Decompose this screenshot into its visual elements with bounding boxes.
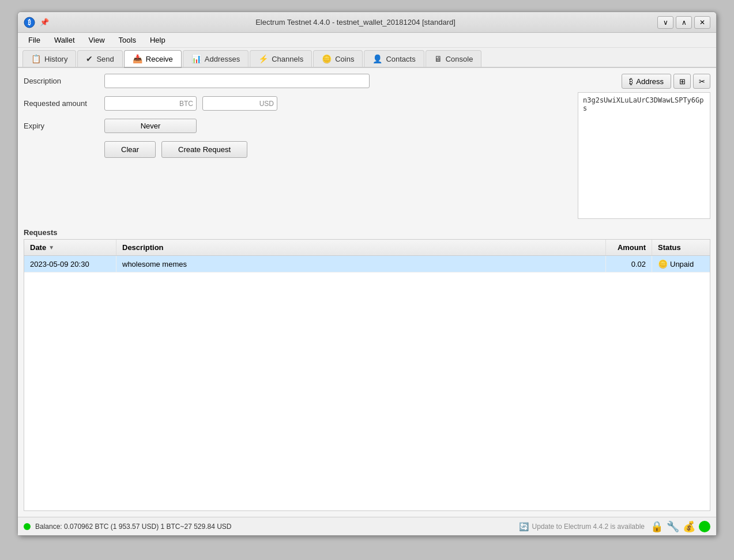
tab-console[interactable]: 🖥 Console — [426, 50, 482, 67]
cell-description: wholesome memes — [116, 256, 606, 272]
menu-bar: File Wallet View Tools Help — [18, 33, 716, 48]
pin-button[interactable]: 📌 — [40, 18, 49, 27]
sort-arrow-icon: ▼ — [48, 244, 54, 251]
cell-date: 2023-05-09 20:30 — [24, 256, 116, 272]
menu-wallet[interactable]: Wallet — [48, 34, 81, 46]
update-icon: 🔄 — [519, 522, 529, 531]
requested-amount-label: Requested amount — [24, 99, 99, 108]
tab-receive[interactable]: 📥 Receive — [124, 50, 182, 68]
menu-help[interactable]: Help — [144, 34, 171, 46]
tab-send-label: Send — [96, 55, 114, 63]
tab-console-label: Console — [446, 55, 473, 63]
main-window: ₿ 📌 Electrum Testnet 4.4.0 - testnet_wal… — [17, 12, 717, 536]
create-request-button[interactable]: Create Request — [161, 141, 247, 158]
usd-input[interactable] — [202, 96, 277, 111]
contacts-icon: 👤 — [372, 54, 382, 63]
update-text: Update to Electrum 4.4.2 is available — [532, 523, 645, 531]
clear-button[interactable]: Clear — [104, 141, 156, 158]
content-area: Description Requested amount BTC USD — [18, 68, 716, 517]
update-notice: 🔄 Update to Electrum 4.4.2 is available — [519, 522, 645, 531]
menu-view[interactable]: View — [83, 34, 111, 46]
bitcoin-icon: ₿ — [629, 77, 633, 86]
description-row: Description — [24, 74, 572, 88]
status-icon: 🪙 — [658, 259, 668, 268]
history-icon: 📋 — [31, 54, 41, 63]
title-bar: ₿ 📌 Electrum Testnet 4.4.0 - testnet_wal… — [18, 12, 716, 33]
address-button[interactable]: ₿ Address — [622, 74, 671, 89]
btc-input[interactable] — [104, 96, 197, 111]
btc-wrapper: BTC — [104, 96, 197, 111]
maximize-button[interactable]: ∧ — [676, 16, 692, 29]
tab-contacts[interactable]: 👤 Contacts — [364, 50, 424, 67]
status-bar: Balance: 0.070962 BTC (1 953.57 USD) 1 B… — [18, 517, 716, 535]
tab-addresses[interactable]: 📊 Addresses — [183, 50, 249, 67]
table-header: Date ▼ Description Amount Status — [24, 240, 710, 256]
address-text: n3g2sUwiXLuLaUrC3DWawLSPTy6Gps — [583, 96, 704, 112]
tab-coins[interactable]: 🪙 Coins — [313, 50, 363, 67]
receive-icon: 📥 — [133, 54, 142, 63]
console-icon: 🖥 — [434, 54, 442, 63]
tab-history-label: History — [44, 55, 67, 63]
qr-toolbar: ₿ Address ⊞ ✂ — [578, 74, 710, 89]
network-icon[interactable] — [699, 521, 710, 532]
copy-icon: ✂ — [699, 77, 705, 86]
qr-icon: ⊞ — [679, 77, 686, 86]
channels-icon: ⚡ — [258, 54, 268, 63]
coins-icon: 🪙 — [322, 54, 332, 63]
tab-bar: 📋 History ✔ Send 📥 Receive 📊 Addresses ⚡… — [18, 48, 716, 68]
address-display: n3g2sUwiXLuLaUrC3DWawLSPTy6Gps — [578, 92, 710, 219]
menu-tools[interactable]: Tools — [113, 34, 142, 46]
receive-panel: Description Requested amount BTC USD — [18, 68, 716, 517]
form-area: Description Requested amount BTC USD — [24, 74, 572, 219]
window-controls: ∨ ∧ ✕ — [657, 16, 710, 29]
table-row[interactable]: 2023-05-09 20:30 wholesome memes 0.02 🪙 … — [24, 256, 710, 273]
connection-status-dot — [24, 523, 31, 530]
tab-coins-label: Coins — [335, 55, 354, 63]
addresses-icon: 📊 — [191, 54, 201, 63]
window-title: Electrum Testnet 4.4.0 - testnet_wallet_… — [54, 18, 657, 27]
tab-contacts-label: Contacts — [386, 55, 415, 63]
tab-addresses-label: Addresses — [205, 55, 240, 63]
top-section: Description Requested amount BTC USD — [24, 74, 710, 219]
expiry-label: Expiry — [24, 122, 99, 130]
qr-panel: ₿ Address ⊞ ✂ n3g2sUwiXLuLaUrC3DWawLSPTy… — [578, 74, 710, 219]
requests-section: Requests Date ▼ Description Amount — [24, 228, 710, 511]
column-header-status[interactable]: Status — [652, 240, 710, 255]
requests-title: Requests — [24, 228, 710, 237]
column-header-date[interactable]: Date ▼ — [24, 240, 116, 255]
minimize-button[interactable]: ∨ — [657, 16, 673, 29]
tab-send[interactable]: ✔ Send — [77, 50, 122, 67]
svg-text:₿: ₿ — [28, 19, 31, 26]
description-input[interactable] — [104, 74, 370, 88]
buttons-row: Clear Create Request — [104, 141, 572, 158]
lock-icon[interactable]: 🔒 — [650, 520, 663, 533]
requested-amount-row: Requested amount BTC USD — [24, 96, 572, 111]
requests-table: Date ▼ Description Amount Status — [24, 239, 710, 511]
status-text: Unpaid — [670, 260, 694, 268]
tools-icon[interactable]: 🔧 — [667, 520, 679, 533]
address-btn-label: Address — [636, 77, 664, 86]
cell-status: 🪙 Unpaid — [652, 256, 710, 272]
send-icon: ✔ — [86, 54, 93, 63]
copy-button[interactable]: ✂ — [693, 74, 710, 89]
status-left: Balance: 0.070962 BTC (1 953.57 USD) 1 B… — [24, 523, 232, 531]
cell-amount: 0.02 — [606, 256, 652, 272]
close-button[interactable]: ✕ — [694, 16, 710, 29]
column-header-description[interactable]: Description — [116, 240, 606, 255]
status-icons: 🔒 🔧 💰 — [650, 520, 710, 533]
qr-code-button[interactable]: ⊞ — [673, 74, 691, 89]
balance-text: Balance: 0.070962 BTC (1 953.57 USD) 1 B… — [35, 523, 232, 531]
lightning-icon[interactable]: 💰 — [683, 520, 695, 533]
column-header-amount[interactable]: Amount — [606, 240, 652, 255]
expiry-row: Expiry Never — [24, 119, 572, 133]
tab-history[interactable]: 📋 History — [22, 50, 76, 67]
tab-receive-label: Receive — [146, 55, 173, 63]
table-body: 2023-05-09 20:30 wholesome memes 0.02 🪙 … — [24, 256, 710, 510]
status-right: 🔄 Update to Electrum 4.4.2 is available … — [519, 520, 710, 533]
menu-file[interactable]: File — [22, 34, 46, 46]
usd-wrapper: USD — [202, 96, 277, 111]
app-icon: ₿ — [24, 17, 35, 28]
tab-channels-label: Channels — [272, 55, 303, 63]
expiry-button[interactable]: Never — [104, 119, 197, 133]
tab-channels[interactable]: ⚡ Channels — [250, 50, 312, 67]
